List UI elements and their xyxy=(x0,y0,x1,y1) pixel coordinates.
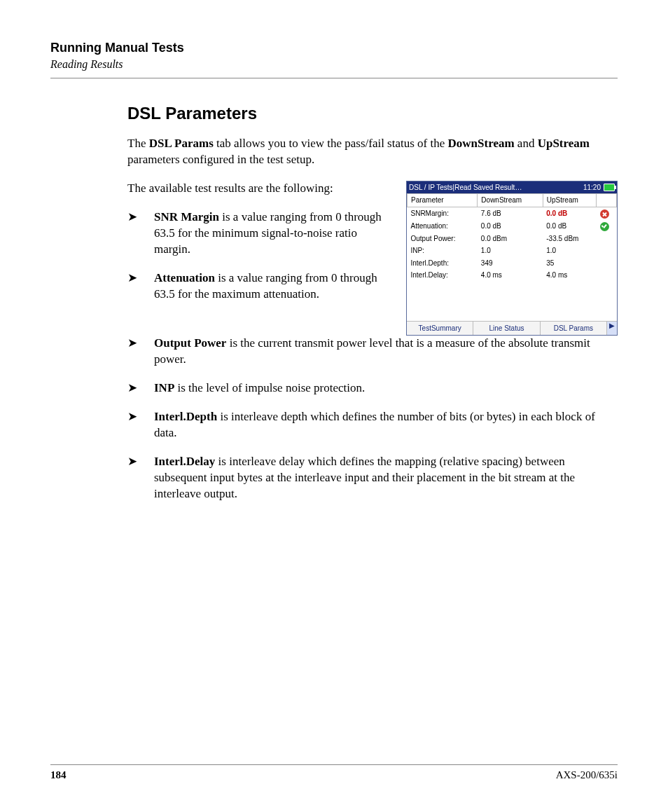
tab-line-status[interactable]: Line Status xyxy=(473,321,540,336)
cell: 7.6 dB xyxy=(478,207,543,219)
table-row: Output Power:0.0 dBm-33.5 dBm xyxy=(408,233,617,245)
cell: Attenuation: xyxy=(408,220,478,233)
cell: Interl.Depth: xyxy=(408,257,478,270)
cell xyxy=(597,220,617,233)
col-upstream: UpStream xyxy=(543,194,596,207)
cell: 0.0 dB xyxy=(543,207,596,219)
header-rule xyxy=(50,78,618,78)
text: tab allows you to view the pass/fail sta… xyxy=(214,137,448,150)
list-item: ➤Attenuation is a value ranging from 0 t… xyxy=(127,270,391,303)
table-row: Interl.Depth:34935 xyxy=(408,257,617,270)
bullet-term: Attenuation xyxy=(154,271,215,284)
bullet-list-top: ➤SNR Margin is a value ranging from 0 th… xyxy=(127,209,391,303)
screenshot-titlebar: DSL / IP Tests|Read Saved Result… 11:20 xyxy=(407,181,617,194)
bullet-text: is interleave depth which defines the nu… xyxy=(154,410,595,439)
cell: Interl.Delay: xyxy=(408,269,478,282)
col-status xyxy=(597,194,617,207)
screenshot-clock: 11:20 xyxy=(583,183,601,193)
bullet-term: SNR Margin xyxy=(154,210,219,223)
list-item: ➤Interl.Delay is interleave delay which … xyxy=(127,454,618,502)
footer-rule xyxy=(50,764,618,765)
tab-scroll-right-icon[interactable]: ▶ xyxy=(607,321,617,336)
screenshot-tabbar: TestSummary Line Status DSL Params ▶ xyxy=(407,321,617,336)
bullet-arrow-icon: ➤ xyxy=(127,380,143,397)
page-number: 184 xyxy=(50,769,67,781)
col-downstream: DownStream xyxy=(478,194,543,207)
battery-icon xyxy=(604,184,615,191)
bullet-term: Interl.Depth xyxy=(154,410,217,423)
bold-term: DownStream xyxy=(448,137,515,150)
bold-term: DSL Params xyxy=(149,137,214,150)
list-item: ➤Output Power is the current transmit po… xyxy=(127,336,618,368)
screenshot-blank-area xyxy=(407,282,617,321)
table-row: SNRMargin:7.6 dB0.0 dB xyxy=(408,207,617,219)
cell: INP: xyxy=(408,245,478,257)
table-header-row: Parameter DownStream UpStream xyxy=(408,194,617,207)
cell xyxy=(597,269,617,282)
section-title: DSL Parameters xyxy=(50,104,618,123)
list-item: ➤Interl.Depth is interleave depth which … xyxy=(127,409,618,441)
bullet-term: INP xyxy=(154,381,174,394)
intro-paragraph-2: The available test results are the follo… xyxy=(127,181,391,197)
tab-dsl-params[interactable]: DSL Params xyxy=(541,321,607,336)
cell xyxy=(597,207,617,219)
bullet-term: Interl.Delay xyxy=(154,455,215,468)
parameter-table: Parameter DownStream UpStream SNRMargin:… xyxy=(407,193,617,281)
cell: -33.5 dBm xyxy=(543,233,596,245)
text: and xyxy=(515,137,538,150)
cell: 4.0 ms xyxy=(478,269,543,282)
intro-paragraph-1: The DSL Params tab allows you to view th… xyxy=(127,136,618,168)
bullet-arrow-icon: ➤ xyxy=(127,209,143,258)
table-row: Interl.Delay:4.0 ms4.0 ms xyxy=(408,269,617,282)
bullet-text: is the level of impulse noise protection… xyxy=(174,381,365,394)
bold-term: UpStream xyxy=(538,137,590,150)
bullet-text: is interleave delay which defines the ma… xyxy=(154,455,575,500)
cell: 35 xyxy=(543,257,596,270)
tab-test-summary[interactable]: TestSummary xyxy=(407,321,473,336)
screenshot-title-text: DSL / IP Tests|Read Saved Result… xyxy=(409,183,522,193)
running-header-section: Reading Results xyxy=(50,58,618,71)
bullet-arrow-icon: ➤ xyxy=(127,454,143,502)
cell: 1.0 xyxy=(478,245,543,257)
cell xyxy=(597,245,617,257)
fail-value: 0.0 dB xyxy=(546,209,567,217)
bullet-list-bottom: ➤Output Power is the current transmit po… xyxy=(127,336,618,502)
cell: 349 xyxy=(478,257,543,270)
cell: 0.0 dB xyxy=(543,220,596,233)
cell: 1.0 xyxy=(543,245,596,257)
cell xyxy=(597,257,617,270)
running-header-chapter: Running Manual Tests xyxy=(50,41,618,55)
product-model: AXS-200/635i xyxy=(556,769,618,781)
cell xyxy=(597,233,617,245)
col-parameter: Parameter xyxy=(408,194,478,207)
cell: 0.0 dBm xyxy=(478,233,543,245)
fail-icon xyxy=(600,209,609,219)
list-item: ➤INP is the level of impulse noise prote… xyxy=(127,380,618,397)
table-row: Attenuation:0.0 dB0.0 dB xyxy=(408,220,617,233)
bullet-term: Output Power xyxy=(154,336,226,350)
bullet-arrow-icon: ➤ xyxy=(127,270,143,303)
cell: SNRMargin: xyxy=(408,207,478,219)
table-row: INP:1.01.0 xyxy=(408,245,617,257)
list-item: ➤SNR Margin is a value ranging from 0 th… xyxy=(127,209,391,258)
bullet-arrow-icon: ➤ xyxy=(127,336,143,368)
bullet-arrow-icon: ➤ xyxy=(127,409,143,441)
page-footer: 184 AXS-200/635i xyxy=(50,764,618,781)
pass-icon xyxy=(600,222,609,231)
device-screenshot: DSL / IP Tests|Read Saved Result… 11:20 … xyxy=(406,181,618,336)
text: parameters configured in the test setup. xyxy=(127,153,314,166)
text: The xyxy=(127,137,149,150)
cell: 0.0 dB xyxy=(478,220,543,233)
cell: 4.0 ms xyxy=(543,269,596,282)
cell: Output Power: xyxy=(408,233,478,245)
